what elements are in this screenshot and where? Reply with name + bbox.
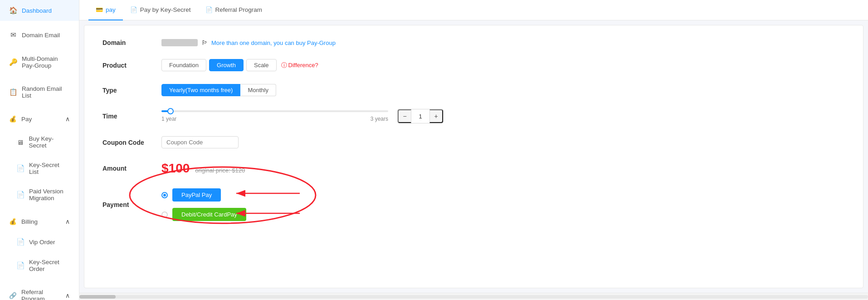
slider-thumb[interactable] — [167, 108, 174, 114]
sidebar-group-label: Billing — [21, 218, 38, 225]
type-label: Type — [102, 87, 161, 94]
sidebar-item-buy-key-secret[interactable]: 🖥 Buy Key-Secret — [7, 129, 79, 155]
tab-referral-label: Referral Program — [215, 6, 263, 13]
time-row: Time 1 year 3 years − 1 + — [102, 109, 845, 123]
referral-icon: 🔗 — [9, 292, 17, 299]
type-row: Type Yearly(Two months free) Monthly — [102, 84, 845, 96]
migration-icon: 📄 — [16, 191, 24, 199]
tab-key-label: Pay by Key-Secret — [140, 6, 191, 13]
sidebar-item-paid-version[interactable]: 📄 Paid Version Migration — [7, 182, 79, 208]
debit-radio[interactable] — [161, 211, 168, 218]
type-buttons: Yearly(Two months free) Monthly — [161, 84, 276, 96]
tab-referral-icon: 📄 — [205, 6, 213, 13]
payment-label: Payment — [102, 201, 161, 208]
stepper-value: 1 — [411, 109, 429, 123]
doc-icon: 📄 — [16, 164, 24, 172]
paypal-radio[interactable] — [161, 192, 168, 198]
tab-bar: 💳 pay 📄 Pay by Key-Secret 📄 Referral Pro… — [79, 0, 868, 20]
sidebar-group-pay[interactable]: 💰 Pay ∧ — [0, 109, 79, 129]
payment-option-paypal: PayPal Pay — [161, 188, 246, 202]
sidebar-item-domain-email[interactable]: ✉ Domain Email — [0, 25, 79, 45]
pay-form: Domain 🏳 More than one domain, you can b… — [84, 25, 863, 288]
sidebar-item-label: Key-Secret Order — [29, 259, 70, 272]
sidebar-item-key-secret-list[interactable]: 📄 Key-Secret List — [7, 155, 79, 182]
domain-row: Domain 🏳 More than one domain, you can b… — [102, 39, 845, 46]
sidebar-item-vip-order[interactable]: 📄 Vip Order — [7, 231, 79, 252]
debit-card-pay-button[interactable]: Debit/Credit CardPay — [172, 208, 246, 221]
amount-original-price: original price: $120 — [195, 167, 245, 174]
domain-pay-group-link[interactable]: More than one domain, you can buy Pay-Gr… — [211, 39, 336, 46]
sidebar-sub-pay: 🖥 Buy Key-Secret 📄 Key-Secret List 📄 Pai… — [0, 129, 79, 208]
domain-label: Domain — [102, 39, 161, 46]
slider-min-label: 1 year — [161, 116, 176, 122]
sidebar-item-label: Paid Version Migration — [29, 188, 70, 202]
chevron-up-icon: ∧ — [65, 115, 70, 123]
tab-referral-program[interactable]: 📄 Referral Program — [198, 0, 270, 20]
amount-price: $100 — [161, 161, 190, 176]
payment-option-debit: Debit/Credit CardPay — [161, 208, 246, 221]
key-icon: 🔑 — [9, 58, 17, 66]
monitor-icon: 🖥 — [16, 138, 24, 146]
billing-icon: 💰 — [9, 218, 17, 225]
domain-flag-icon: 🏳 — [201, 39, 208, 46]
domain-value: 🏳 More than one domain, you can buy Pay-… — [161, 39, 336, 46]
sidebar-item-label: Dashboard — [22, 7, 52, 14]
difference-link[interactable]: ⓘ Difference? — [281, 61, 318, 69]
chevron-up-icon: ∧ — [65, 292, 70, 299]
slider-area: 1 year 3 years − 1 + — [161, 109, 845, 123]
type-yearly-button[interactable]: Yearly(Two months free) — [161, 84, 240, 96]
tab-pay-by-key-secret[interactable]: 📄 Pay by Key-Secret — [123, 0, 198, 20]
sidebar-group-referral[interactable]: 🔗 Referral Program ∧ — [0, 282, 79, 300]
paypal-arrow — [232, 187, 304, 200]
sidebar-group-label: Referral Program — [21, 289, 65, 300]
slider-container: 1 year 3 years — [161, 110, 388, 122]
tab-pay-label: pay — [106, 6, 116, 13]
sidebar-item-label: Multi-Domain Pay-Group — [22, 55, 70, 69]
time-label: Time — [102, 113, 161, 120]
payment-options: PayPal Pay Debit — [161, 188, 246, 221]
slider-max-label: 3 years — [371, 116, 388, 122]
sidebar-sub-billing: 📄 Vip Order 📄 Key-Secret Order — [0, 231, 79, 279]
coupon-input[interactable] — [161, 136, 239, 148]
amount-label: Amount — [102, 165, 161, 172]
paypal-pay-button[interactable]: PayPal Pay — [172, 188, 221, 202]
stepper-increment-button[interactable]: + — [429, 109, 443, 123]
product-row: Product Foundation Growth Scale ⓘ Differ… — [102, 59, 845, 71]
product-growth-button[interactable]: Growth — [209, 59, 244, 71]
main-content: 💳 pay 📄 Pay by Key-Secret 📄 Referral Pro… — [79, 0, 868, 300]
sidebar-group-billing[interactable]: 💰 Billing ∧ — [0, 211, 79, 231]
vip-icon: 📄 — [16, 238, 24, 246]
bottom-scrollbar[interactable] — [79, 293, 868, 300]
dashboard-icon: 🏠 — [9, 6, 17, 15]
slider-track[interactable] — [161, 110, 388, 112]
sidebar-item-multi-domain[interactable]: 🔑 Multi-Domain Pay-Group — [0, 49, 79, 75]
amount-row: Amount $100 original price: $120 — [102, 161, 845, 176]
domain-blurred-text — [161, 39, 198, 46]
amount-display: $100 original price: $120 — [161, 161, 245, 176]
sidebar-item-label: Random Email List — [22, 85, 70, 99]
product-foundation-button[interactable]: Foundation — [161, 59, 206, 71]
difference-text: Difference? — [288, 62, 318, 69]
sidebar-item-dashboard[interactable]: 🏠 Dashboard — [0, 0, 79, 21]
sidebar-item-key-secret-order[interactable]: 📄 Key-Secret Order — [7, 252, 79, 279]
sidebar-item-random-email[interactable]: 📋 Random Email List — [0, 79, 79, 105]
annotation-container: PayPal Pay Debit — [161, 188, 246, 221]
email-icon: ✉ — [9, 31, 17, 39]
payment-row: Payment PayPal Pay — [102, 188, 845, 221]
info-circle-icon: ⓘ — [281, 61, 287, 69]
coupon-row: Coupon Code — [102, 136, 845, 148]
sidebar-item-label: Domain Email — [22, 32, 60, 39]
product-label: Product — [102, 62, 161, 69]
pay-icon: 💰 — [9, 115, 17, 123]
product-scale-button[interactable]: Scale — [246, 59, 277, 71]
tab-key-icon: 📄 — [130, 6, 137, 13]
product-buttons: Foundation Growth Scale ⓘ Difference? — [161, 59, 318, 71]
tab-pay[interactable]: 💳 pay — [88, 0, 123, 20]
order-icon: 📄 — [16, 261, 24, 270]
list-icon: 📋 — [9, 88, 17, 96]
type-monthly-button[interactable]: Monthly — [240, 84, 276, 96]
sidebar: 🏠 Dashboard ✉ Domain Email 🔑 Multi-Domai… — [0, 0, 79, 300]
sidebar-group-label: Pay — [21, 116, 32, 123]
stepper-decrement-button[interactable]: − — [398, 109, 411, 123]
chevron-up-icon: ∧ — [65, 218, 70, 225]
